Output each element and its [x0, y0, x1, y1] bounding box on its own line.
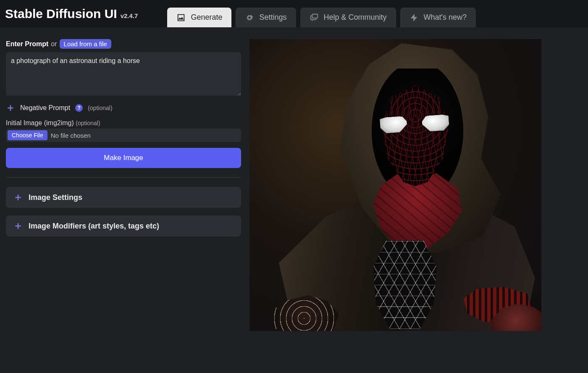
negative-prompt-row[interactable]: Negative Prompt ? (optional): [6, 103, 241, 113]
tab-whatsnew-label: What's new?: [424, 13, 467, 22]
tab-settings[interactable]: Settings: [236, 8, 296, 27]
plus-icon: [13, 193, 23, 202]
file-status: No file chosen: [51, 132, 91, 139]
image-icon: [176, 13, 186, 22]
tab-generate-label: Generate: [191, 13, 222, 22]
initial-image-row: Initial Image (img2img) (optional): [6, 119, 241, 127]
file-input-row: Choose File No file chosen: [6, 129, 241, 142]
app-title: Stable Diffusion UI v2.4.7: [5, 7, 138, 21]
plus-icon: [6, 103, 15, 113]
tab-help[interactable]: Help & Community: [300, 8, 396, 27]
plus-icon: [13, 221, 23, 231]
prompt-input[interactable]: [6, 52, 241, 96]
gear-icon: [245, 13, 254, 22]
content: [249, 39, 582, 331]
tab-generate[interactable]: Generate: [167, 8, 231, 27]
bolt-icon: [410, 13, 419, 22]
version: v2.4.7: [121, 12, 138, 19]
choose-file-button[interactable]: Choose File: [8, 130, 47, 140]
main: Enter Prompt or Load from a file Negativ…: [0, 27, 588, 337]
load-from-file-button[interactable]: Load from a file: [60, 39, 111, 49]
app-title-text: Stable Diffusion UI: [5, 7, 117, 21]
make-image-button[interactable]: Make Image: [6, 148, 241, 168]
prompt-or: or: [51, 40, 57, 48]
prompt-label-row: Enter Prompt or Load from a file: [6, 39, 241, 49]
negative-prompt-label: Negative Prompt: [20, 104, 70, 112]
tab-help-label: Help & Community: [324, 13, 387, 22]
image-settings-label: Image Settings: [29, 193, 82, 202]
image-modifiers-label: Image Modifiers (art styles, tags etc): [29, 222, 159, 231]
tabs: Generate Settings Help & Community What'…: [167, 0, 476, 27]
image-settings-expander[interactable]: Image Settings: [6, 187, 241, 208]
header: Stable Diffusion UI v2.4.7 Generate Sett…: [0, 0, 588, 27]
negative-optional: (optional): [88, 105, 112, 111]
prompt-label: Enter Prompt: [6, 40, 48, 48]
help-icon[interactable]: ?: [75, 104, 83, 112]
initial-optional: (optional): [76, 120, 100, 126]
tab-settings-label: Settings: [259, 13, 286, 22]
image-modifiers-expander[interactable]: Image Modifiers (art styles, tags etc): [6, 215, 241, 236]
divider: [6, 177, 241, 178]
tab-whatsnew[interactable]: What's new?: [400, 8, 476, 27]
initial-image-label: Initial Image (img2img): [6, 119, 74, 126]
chat-icon: [310, 13, 319, 22]
generated-image[interactable]: [249, 39, 541, 331]
sidebar: Enter Prompt or Load from a file Negativ…: [6, 39, 241, 331]
